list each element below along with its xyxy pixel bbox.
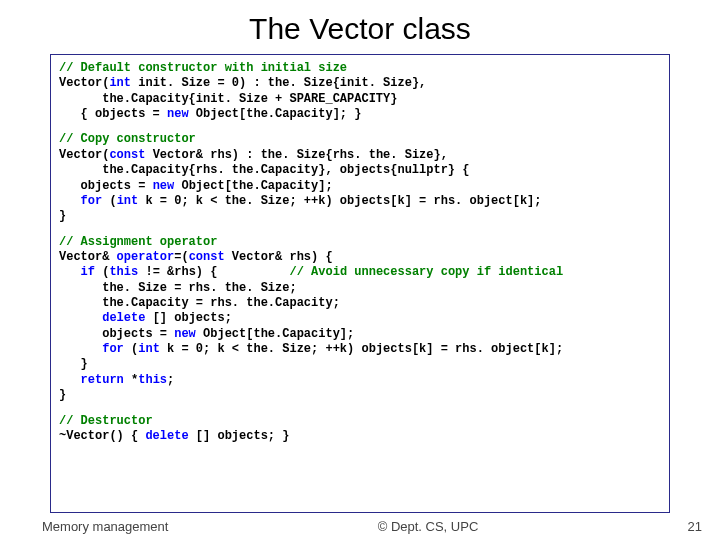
code-keyword: new bbox=[174, 327, 196, 341]
code-text: } bbox=[59, 388, 66, 402]
code-text: } bbox=[59, 209, 66, 223]
footer-center: © Dept. CS, UPC bbox=[378, 519, 479, 534]
code-keyword: this bbox=[138, 373, 167, 387]
code-keyword: for bbox=[102, 342, 124, 356]
code-text: Object[the.Capacity]; bbox=[174, 179, 332, 193]
code-text bbox=[59, 342, 102, 356]
code-box: // Default constructor with initial size… bbox=[50, 54, 670, 513]
footer-left: Memory management bbox=[42, 519, 168, 534]
code-keyword: new bbox=[153, 179, 175, 193]
code-text: the.Capacity{init. Size + SPARE_CAPACITY… bbox=[59, 92, 397, 106]
code-text: the.Capacity = rhs. the.Capacity; bbox=[59, 296, 340, 310]
code-comment: // Default constructor with initial size bbox=[59, 61, 347, 75]
code-text: ( bbox=[102, 194, 116, 208]
code-keyword: int bbox=[138, 342, 160, 356]
code-keyword: delete bbox=[102, 311, 145, 325]
code-comment: // Assignment operator bbox=[59, 235, 217, 249]
code-text: ~Vector() { bbox=[59, 429, 145, 443]
code-text: [] objects; } bbox=[189, 429, 290, 443]
code-text: Vector& rhs) { bbox=[225, 250, 333, 264]
code-text: k = 0; k < the. Size; ++k) objects[k] = … bbox=[138, 194, 541, 208]
code-keyword: operator bbox=[117, 250, 175, 264]
code-keyword: int bbox=[109, 76, 131, 90]
slide-footer: Memory management © Dept. CS, UPC 21 bbox=[0, 513, 720, 540]
code-comment: // Avoid unnecessary copy if identical bbox=[289, 265, 563, 279]
code-keyword: if bbox=[81, 265, 95, 279]
code-keyword: delete bbox=[145, 429, 188, 443]
code-block-assignment: // Assignment operator Vector& operator=… bbox=[59, 235, 661, 404]
code-text: the.Capacity{rhs. the.Capacity}, objects… bbox=[59, 163, 469, 177]
code-text bbox=[59, 194, 81, 208]
code-text: [] objects; bbox=[145, 311, 231, 325]
code-text bbox=[59, 265, 81, 279]
code-keyword: return bbox=[81, 373, 124, 387]
code-keyword: new bbox=[167, 107, 189, 121]
code-text: ( bbox=[95, 265, 109, 279]
code-text: init. Size = 0) : the. Size{init. Size}, bbox=[131, 76, 426, 90]
code-block-copy-ctor: // Copy constructor Vector(const Vector&… bbox=[59, 132, 661, 224]
code-comment: // Copy constructor bbox=[59, 132, 196, 146]
code-text: { objects = bbox=[59, 107, 167, 121]
code-text: * bbox=[124, 373, 138, 387]
code-text: =( bbox=[174, 250, 188, 264]
code-text: } bbox=[59, 357, 88, 371]
code-text: Vector& rhs) : the. Size{rhs. the. Size}… bbox=[145, 148, 447, 162]
code-text: ; bbox=[167, 373, 174, 387]
code-text: k = 0; k < the. Size; ++k) objects[k] = … bbox=[160, 342, 563, 356]
code-text: Vector& bbox=[59, 250, 117, 264]
code-keyword: int bbox=[117, 194, 139, 208]
code-text bbox=[59, 373, 81, 387]
code-text: the. Size = rhs. the. Size; bbox=[59, 281, 297, 295]
code-text bbox=[59, 311, 102, 325]
code-text: objects = bbox=[59, 327, 174, 341]
code-text: Object[the.Capacity]; } bbox=[189, 107, 362, 121]
code-text: objects = bbox=[59, 179, 153, 193]
code-block-destructor: // Destructor ~Vector() { delete [] obje… bbox=[59, 414, 661, 445]
code-keyword: const bbox=[189, 250, 225, 264]
code-keyword: const bbox=[109, 148, 145, 162]
code-text: Vector( bbox=[59, 76, 109, 90]
code-keyword: this bbox=[109, 265, 138, 279]
code-text: Vector( bbox=[59, 148, 109, 162]
code-text: ( bbox=[124, 342, 138, 356]
page-number: 21 bbox=[688, 519, 702, 534]
code-keyword: for bbox=[81, 194, 103, 208]
code-block-default-ctor: // Default constructor with initial size… bbox=[59, 61, 661, 122]
slide-title: The Vector class bbox=[0, 0, 720, 50]
code-text: Object[the.Capacity]; bbox=[196, 327, 354, 341]
code-text: != &rhs) { bbox=[138, 265, 289, 279]
code-comment: // Destructor bbox=[59, 414, 153, 428]
